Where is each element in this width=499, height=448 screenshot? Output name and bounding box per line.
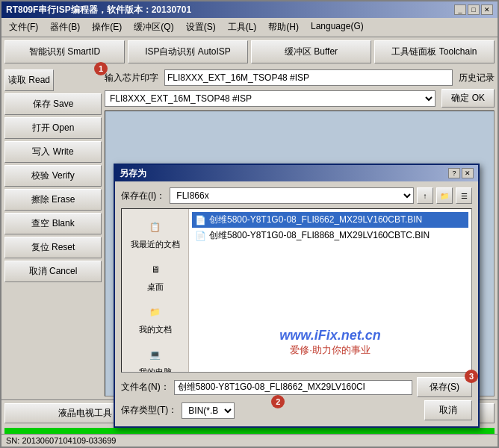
save-button[interactable]: 保存 Save: [4, 93, 102, 115]
watermark-line2: 爱修·助力你的事业: [279, 343, 380, 357]
filename-row: 文件名(N)： 保存(S) 3: [121, 377, 472, 397]
title-bar: RT809F串行ISP编程器，软件版本：20130701 _ □ ✕: [1, 1, 498, 18]
dialog-title-bar: 另存为 ? ✕: [115, 165, 478, 181]
dialog-close-button[interactable]: ✕: [462, 168, 474, 178]
progress-bar: [4, 428, 495, 434]
close-button[interactable]: ✕: [481, 4, 493, 15]
recent-icon: 📋: [143, 217, 167, 237]
badge-3: 3: [465, 370, 478, 383]
save-in-row: 保存在(I)： FLI866x ↑ 📁 ☰: [121, 187, 472, 204]
status-text: SN: 20130607104109-033699: [6, 436, 116, 445]
file-item-0[interactable]: 📄 创维5800-Y8T1G0-08_FLI8662_MX29LV160CBT.…: [192, 212, 468, 228]
save-as-dialog: 另存为 ? ✕ 保存在(I)： FLI866x ↑ 📁: [114, 164, 480, 428]
minimize-button[interactable]: _: [454, 4, 466, 15]
ok-button[interactable]: 确定 OK: [441, 89, 495, 108]
window-title: RT809F串行ISP编程器，软件版本：20130701: [6, 4, 191, 16]
folder-select[interactable]: FLI866x: [170, 187, 414, 204]
dialog-cancel-button[interactable]: 取消: [424, 400, 472, 420]
left-panel: 读取 Read 1 保存 Save 打开 Open 写入 Write 校验 Ve…: [4, 69, 102, 396]
folder-bar: FLI866x ↑ 📁 ☰: [170, 187, 472, 204]
main-window: RT809F串行ISP编程器，软件版本：20130701 _ □ ✕ 文件(F)…: [0, 0, 499, 448]
title-bar-buttons: _ □ ✕: [454, 4, 493, 15]
dialog-body: 保存在(I)： FLI866x ↑ 📁 ☰ 📋: [115, 181, 478, 426]
chip-value-display[interactable]: FLI8XXX_EXT_16M_TSOP48 #ISP: [105, 90, 436, 107]
auto-isp-button[interactable]: ISP自动识别 AutoISP: [128, 40, 248, 63]
dialog-title-buttons: ? ✕: [448, 168, 474, 178]
shortcuts-panel: 📋 我最近的文档 🖥 桌面 📁 我的文档 💻: [122, 209, 189, 372]
watermark: www.iFix.net.cn 爱修·助力你的事业: [279, 328, 380, 357]
computer-icon: 💻: [143, 344, 167, 365]
menu-file[interactable]: 文件(F): [4, 19, 43, 35]
history-label: 历史记录: [459, 72, 495, 84]
filetype-row: 保存类型(T)： BIN(*.B 2 取消: [121, 400, 472, 420]
main-content: 读取 Read 1 保存 Save 打开 Open 写入 Write 校验 Ve…: [1, 66, 498, 399]
menu-buffer[interactable]: 缓冲区(Q): [129, 19, 178, 35]
watermark-line1: www.iFix.net.cn: [279, 328, 380, 343]
file-item-1[interactable]: 📄 创维5800-Y8T1G0-08_FLI8868_MX29LV160CBTC…: [192, 228, 468, 243]
badge-1: 1: [94, 62, 108, 75]
filetype-label: 保存类型(T)：: [121, 404, 177, 417]
buffer-button[interactable]: 缓冲区 Buffer: [251, 40, 371, 63]
new-folder-button[interactable]: 📁: [436, 187, 453, 204]
chip-input-row: 输入芯片印字 历史记录: [105, 69, 495, 86]
computer-label: 我的电脑: [139, 367, 172, 373]
chip-input-label: 输入芯片印字: [105, 72, 158, 84]
menu-device[interactable]: 器件(B): [46, 19, 84, 35]
menu-settings[interactable]: 设置(S): [182, 19, 220, 35]
cancel-button[interactable]: 取消 Cancel: [4, 261, 102, 282]
dialog-help-button[interactable]: ?: [448, 168, 460, 178]
filetype-select[interactable]: BIN(*.B: [182, 402, 235, 419]
filename-label: 文件名(N)：: [121, 381, 170, 393]
menu-language[interactable]: Language(G): [306, 19, 368, 35]
desktop-label: 桌面: [147, 281, 164, 293]
menu-tools[interactable]: 工具(L): [223, 19, 261, 35]
erase-button[interactable]: 擦除 Erase: [4, 189, 102, 211]
toolbar: 智能识别 SmartID ISP自动识别 AutoISP 缓冲区 Buffer …: [1, 37, 498, 66]
file-area: 📄 创维5800-Y8T1G0-08_FLI8662_MX29LV160CBT.…: [189, 209, 471, 372]
toolchain-button[interactable]: 工具链面板 Toolchain: [374, 40, 495, 63]
shortcut-my-computer[interactable]: 💻 我的电脑: [137, 343, 173, 373]
view-button[interactable]: ☰: [456, 187, 472, 204]
filename-section: 文件名(N)： 保存(S) 3 保存类型(T)： BIN(*.B: [121, 377, 472, 420]
verify-button[interactable]: 校验 Verify: [4, 165, 102, 187]
shortcut-desktop[interactable]: 🖥 桌面: [142, 258, 169, 294]
smart-id-button[interactable]: 智能识别 SmartID: [4, 40, 125, 63]
dialog-title: 另存为: [120, 167, 146, 180]
open-button[interactable]: 打开 Open: [4, 117, 102, 139]
status-bar: SN: 20130607104109-033699: [1, 434, 498, 447]
dialog-save-button[interactable]: 保存(S): [417, 377, 472, 397]
file-icon-0: 📄: [195, 215, 206, 225]
filename-input[interactable]: [174, 380, 412, 395]
read-button[interactable]: 读取 Read: [4, 69, 54, 91]
file-icon-1: 📄: [195, 231, 206, 241]
shortcut-recent[interactable]: 📋 我最近的文档: [129, 215, 182, 252]
save-in-label: 保存在(I)：: [121, 190, 165, 202]
file-name-1: 创维5800-Y8T1G0-08_FLI8868_MX29LV160CBTC.B…: [209, 229, 430, 242]
file-name-0: 创维5800-Y8T1G0-08_FLI8662_MX29LV160CBT.BI…: [209, 214, 422, 226]
chip-input-field[interactable]: [164, 69, 453, 86]
documents-icon: 📁: [143, 302, 167, 323]
blank-button[interactable]: 查空 Blank: [4, 213, 102, 234]
reset-button[interactable]: 复位 Reset: [4, 237, 102, 258]
menu-operation[interactable]: 操作(E): [87, 19, 126, 35]
write-button[interactable]: 写入 Write: [4, 141, 102, 163]
nav-up-button[interactable]: ↑: [417, 187, 433, 204]
recent-label: 我最近的文档: [131, 239, 180, 250]
menu-help[interactable]: 帮助(H): [264, 19, 303, 35]
file-list: 📋 我最近的文档 🖥 桌面 📁 我的文档 💻: [121, 208, 472, 373]
badge-2: 2: [271, 395, 285, 408]
shortcut-documents[interactable]: 📁 我的文档: [137, 300, 173, 337]
menu-bar: 文件(F) 器件(B) 操作(E) 缓冲区(Q) 设置(S) 工具(L) 帮助(…: [1, 18, 498, 37]
desktop-icon: 🖥: [143, 259, 167, 280]
history-row: FLI8XXX_EXT_16M_TSOP48 #ISP 确定 OK: [105, 89, 495, 108]
documents-label: 我的文档: [139, 324, 172, 335]
maximize-button[interactable]: □: [468, 4, 480, 15]
